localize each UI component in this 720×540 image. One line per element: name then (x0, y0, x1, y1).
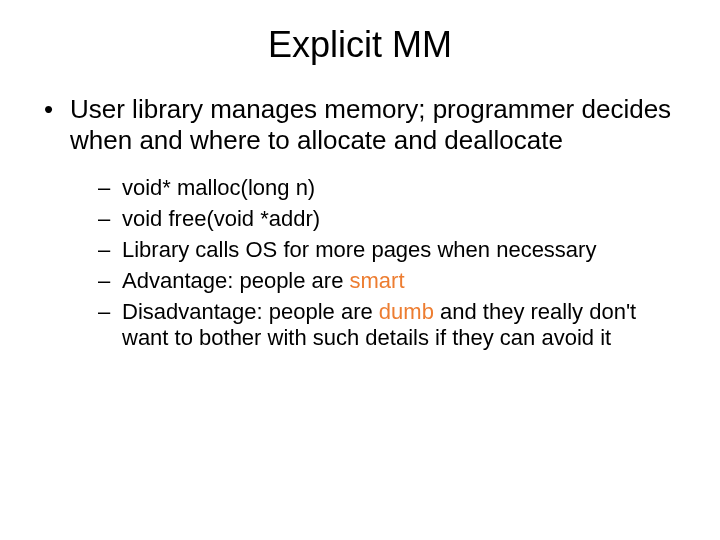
sub-bullet-free: void free(void *addr) (98, 206, 680, 233)
text-run: Advantage: people are (122, 268, 350, 293)
accent-word-dumb: dumb (379, 299, 434, 324)
sub-bullet-advantage: Advantage: people are smart (98, 268, 680, 295)
sub-bullet-disadvantage: Disadvantage: people are dumb and they r… (98, 299, 680, 353)
accent-word-smart: smart (350, 268, 405, 293)
sub-bullet-os-pages: Library calls OS for more pages when nec… (98, 237, 680, 264)
slide-body: User library manages memory; programmer … (0, 94, 720, 352)
slide: Explicit MM User library manages memory;… (0, 0, 720, 540)
slide-title: Explicit MM (0, 0, 720, 94)
text-run: Disadvantage: people are (122, 299, 379, 324)
sub-bullet-malloc: void* malloc(long n) (98, 175, 680, 202)
sub-bullet-list: void* malloc(long n) void free(void *add… (40, 175, 680, 352)
bullet-main: User library manages memory; programmer … (40, 94, 680, 155)
